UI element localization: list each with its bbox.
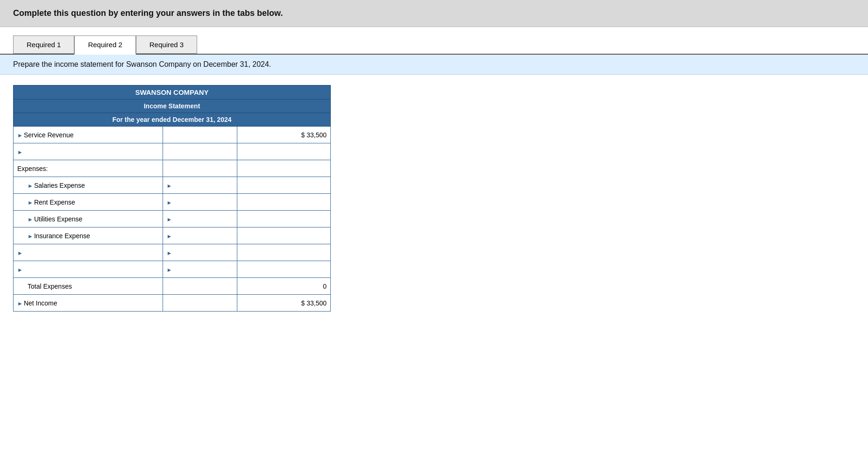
arrow-icon: ►: [167, 183, 172, 189]
input-cell-1: [163, 160, 237, 177]
label-cell: Expenses:: [14, 160, 163, 177]
cell-value: 33,500: [306, 299, 327, 307]
value-cell: [237, 143, 331, 160]
value-cell: [237, 227, 331, 244]
tab-required3[interactable]: Required 3: [136, 35, 197, 54]
value-cell: [237, 211, 331, 227]
arrow-icon: ►: [167, 199, 172, 206]
label-cell: Total Expenses: [14, 278, 163, 295]
tab-required1[interactable]: Required 1: [13, 35, 74, 54]
table-row: ►Utilities Expense►: [14, 211, 331, 227]
table-row: ►: [14, 143, 331, 160]
value-cell: [237, 160, 331, 177]
tab-required2[interactable]: Required 2: [74, 35, 135, 55]
arrow-icon: ►: [28, 199, 33, 206]
top-bar: Complete this question by entering your …: [0, 0, 868, 27]
instruction-text: Prepare the income statement for Swanson…: [13, 60, 271, 68]
value-cell: 0: [237, 278, 331, 295]
arrow-icon: ►: [28, 216, 33, 223]
label-cell: ►: [14, 261, 163, 278]
arrow-icon: ►: [167, 216, 172, 223]
arrow-icon: ►: [28, 183, 33, 189]
arrow-icon: ►: [28, 233, 33, 240]
label-cell: ►Service Revenue: [14, 127, 163, 143]
input-cell-1: ►: [163, 177, 237, 194]
input-cell-1: [163, 295, 237, 312]
arrow-icon: ►: [17, 300, 23, 307]
company-name-row: SWANSON COMPANY: [14, 85, 331, 99]
input-cell-1: [163, 127, 237, 143]
label-cell: ►Net Income: [14, 295, 163, 312]
value-cell: [237, 194, 331, 211]
input-cell-1: ►: [163, 211, 237, 227]
statement-title-row: Income Statement: [14, 99, 331, 113]
cell-value: 0: [323, 283, 327, 290]
table-row: ►Insurance Expense►: [14, 227, 331, 244]
income-statement-table: SWANSON COMPANY Income Statement For the…: [13, 85, 331, 312]
value-cell: [237, 177, 331, 194]
content-area: SWANSON COMPANY Income Statement For the…: [0, 75, 868, 322]
company-name-cell: SWANSON COMPANY: [14, 85, 331, 99]
value-cell: [237, 261, 331, 278]
value-cell: [237, 244, 331, 261]
statement-title-cell: Income Statement: [14, 99, 331, 113]
label-cell: ►Rent Expense: [14, 194, 163, 211]
table-row: ►Service Revenue$33,500: [14, 127, 331, 143]
value-cell: $33,500: [237, 127, 331, 143]
table-row: ►►: [14, 244, 331, 261]
arrow-icon: ►: [17, 250, 23, 256]
table-row: ►Salaries Expense►: [14, 177, 331, 194]
cell-value: 33,500: [306, 131, 327, 139]
tabs-area: Required 1 Required 2 Required 3: [0, 27, 868, 55]
arrow-icon: ►: [17, 132, 23, 139]
input-cell-1: ►: [163, 227, 237, 244]
input-cell-1: ►: [163, 244, 237, 261]
value-cell: $33,500: [237, 295, 331, 312]
label-cell: ►Salaries Expense: [14, 177, 163, 194]
arrow-icon: ►: [17, 267, 23, 273]
label-cell: ►Utilities Expense: [14, 211, 163, 227]
label-cell: ►: [14, 143, 163, 160]
input-cell-1: ►: [163, 194, 237, 211]
arrow-icon: ►: [167, 267, 172, 273]
input-cell-1: [163, 143, 237, 160]
table-row: ►►: [14, 261, 331, 278]
arrow-icon: ►: [167, 250, 172, 256]
instruction-bar: Prepare the income statement for Swanson…: [0, 55, 868, 75]
input-cell-1: ►: [163, 261, 237, 278]
arrow-icon: ►: [17, 149, 23, 156]
table-row: Total Expenses0: [14, 278, 331, 295]
period-row: For the year ended December 31, 2024: [14, 113, 331, 127]
dollar-sign: $: [301, 299, 306, 307]
dollar-sign: $: [301, 131, 306, 139]
table-row: ►Net Income$33,500: [14, 295, 331, 312]
label-cell: ►Insurance Expense: [14, 227, 163, 244]
arrow-icon: ►: [167, 233, 172, 240]
input-cell-1: [163, 278, 237, 295]
period-cell: For the year ended December 31, 2024: [14, 113, 331, 127]
table-row: ►Rent Expense►: [14, 194, 331, 211]
top-bar-text: Complete this question by entering your …: [13, 8, 283, 18]
label-cell: ►: [14, 244, 163, 261]
table-row: Expenses:: [14, 160, 331, 177]
